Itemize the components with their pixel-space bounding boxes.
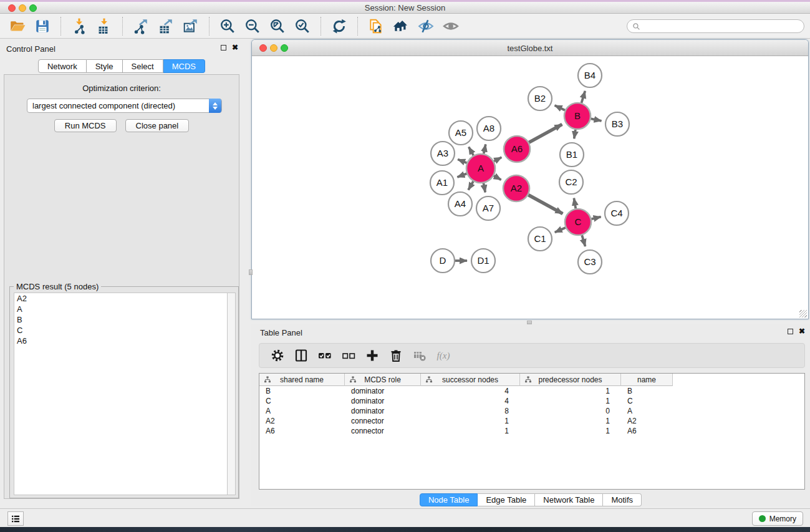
settings-button[interactable] (266, 345, 289, 366)
edge-C-C2[interactable] (574, 198, 576, 209)
edge-A-A1[interactable] (457, 173, 466, 177)
edge-B-B3[interactable] (591, 118, 602, 120)
float-panel-icon[interactable] (221, 45, 226, 51)
table-row[interactable]: Bdominator41B (259, 386, 804, 396)
edge-C-C3[interactable] (582, 235, 585, 246)
cell-MCDS-role[interactable]: connector (345, 426, 421, 436)
hide-graphics-details-button[interactable] (413, 16, 438, 37)
cell-successor-nodes[interactable]: 4 (421, 386, 520, 396)
result-item[interactable]: B (14, 314, 227, 325)
open-file-button[interactable] (5, 16, 30, 37)
node-B4[interactable]: B4 (578, 64, 602, 87)
cell-predecessor-nodes[interactable]: 1 (520, 416, 621, 426)
node-A4[interactable]: A4 (448, 192, 472, 216)
table-row[interactable]: A6connector11A6 (259, 426, 804, 436)
edge-A-A7[interactable] (483, 183, 485, 193)
cell-MCDS-role[interactable]: dominator (345, 406, 421, 416)
cell-shared-name[interactable]: A6 (259, 426, 345, 436)
cell-shared-name[interactable]: B (259, 386, 345, 396)
cell-name[interactable]: C (621, 396, 673, 406)
column-header-predecessor-nodes[interactable]: predecessor nodes (520, 374, 621, 386)
tab-mcds[interactable]: MCDS (163, 59, 205, 73)
close-table-panel-icon[interactable]: ✖ (799, 328, 805, 334)
cell-shared-name[interactable]: C (259, 396, 345, 406)
edge-C-C1[interactable] (555, 228, 566, 233)
node-B2[interactable]: B2 (528, 87, 552, 110)
cell-predecessor-nodes[interactable]: 1 (520, 426, 621, 436)
tab-motifs[interactable]: Motifs (603, 493, 642, 506)
add-column-button[interactable] (360, 345, 384, 366)
search-field[interactable] (627, 19, 804, 33)
edge-A-A4[interactable] (468, 181, 473, 190)
select-all-button[interactable] (313, 345, 337, 366)
edge-A2-C[interactable] (528, 195, 562, 214)
network-canvas[interactable]: B4B2BB3A5A8A6B1A3AC2A1A2A4A7C4CC1C3DD1 (252, 56, 808, 319)
tab-network[interactable]: Network (38, 59, 87, 73)
edge-B-B4[interactable] (581, 91, 585, 103)
export-network-button[interactable] (128, 16, 153, 37)
edge-A-A8[interactable] (484, 144, 486, 153)
result-scrollbar[interactable] (227, 293, 236, 495)
edge-A6-B[interactable] (529, 124, 562, 142)
split-panel-button[interactable] (289, 345, 313, 366)
task-history-button[interactable] (7, 511, 24, 526)
import-network-button[interactable] (67, 16, 92, 37)
column-header-name[interactable]: name (621, 374, 673, 386)
tab-node-table[interactable]: Node Table (420, 493, 478, 506)
edge-A-A6[interactable] (494, 157, 501, 161)
node-C3[interactable]: C3 (578, 250, 602, 274)
memory-button[interactable]: Memory (752, 511, 803, 526)
close-panel-button[interactable]: Close panel (125, 119, 190, 132)
tab-edge-table[interactable]: Edge Table (478, 493, 535, 506)
vertical-splitter-handle[interactable] (249, 269, 253, 275)
home-button[interactable] (388, 16, 413, 37)
node-B[interactable]: B (564, 103, 591, 129)
cell-MCDS-role[interactable]: connector (345, 416, 421, 426)
table-row[interactable]: Cdominator41C (259, 396, 804, 406)
zoom-out-button[interactable] (240, 16, 265, 37)
column-header-MCDS-role[interactable]: MCDS role (345, 374, 421, 386)
column-header-shared-name[interactable]: shared name (259, 374, 345, 386)
export-table-button[interactable] (153, 16, 178, 37)
import-table-button[interactable] (92, 16, 117, 37)
cell-predecessor-nodes[interactable]: 1 (520, 396, 621, 406)
criterion-dropdown[interactable]: largest connected component (directed) (27, 99, 222, 113)
node-A2[interactable]: A2 (503, 175, 529, 201)
run-mcds-button[interactable]: Run MCDS (54, 119, 117, 132)
node-B1[interactable]: B1 (560, 143, 584, 167)
edge-A-A3[interactable] (458, 160, 466, 163)
cell-predecessor-nodes[interactable]: 1 (520, 386, 621, 396)
edge-B-B2[interactable] (555, 105, 566, 110)
node-D1[interactable]: D1 (471, 249, 495, 273)
edge-B-B1[interactable] (574, 130, 576, 138)
float-table-panel-icon[interactable] (788, 329, 793, 334)
cell-MCDS-role[interactable]: dominator (345, 386, 421, 396)
cell-successor-nodes[interactable]: 1 (421, 426, 520, 436)
tab-network-table[interactable]: Network Table (535, 493, 603, 506)
node-A[interactable]: A (466, 154, 495, 183)
zoom-selected-button[interactable] (290, 16, 315, 37)
node-A3[interactable]: A3 (431, 142, 455, 165)
result-item[interactable]: A6 (14, 336, 227, 346)
zoom-in-button[interactable] (215, 16, 240, 37)
result-item[interactable]: C (14, 325, 227, 336)
result-item[interactable]: A (14, 304, 227, 314)
cell-predecessor-nodes[interactable]: 0 (520, 406, 621, 416)
node-D[interactable]: D (431, 249, 455, 273)
cell-successor-nodes[interactable]: 4 (421, 396, 520, 406)
search-input[interactable] (644, 22, 799, 31)
close-panel-icon[interactable]: ✖ (232, 44, 238, 51)
cell-successor-nodes[interactable]: 8 (421, 406, 520, 416)
node-A5[interactable]: A5 (449, 121, 473, 145)
table-row[interactable]: A2connector11A2 (259, 416, 804, 426)
node-A7[interactable]: A7 (476, 196, 500, 220)
node-C1[interactable]: C1 (528, 227, 552, 251)
edge-A-A5[interactable] (469, 147, 474, 155)
network-window-titlebar[interactable]: testGlobe.txt (252, 40, 808, 56)
node-C2[interactable]: C2 (559, 170, 583, 194)
cell-name[interactable]: A (621, 406, 673, 416)
show-graphics-details-button[interactable] (438, 16, 463, 37)
node-B3[interactable]: B3 (605, 112, 629, 136)
cell-successor-nodes[interactable]: 1 (421, 416, 520, 426)
cell-shared-name[interactable]: A (259, 406, 345, 416)
